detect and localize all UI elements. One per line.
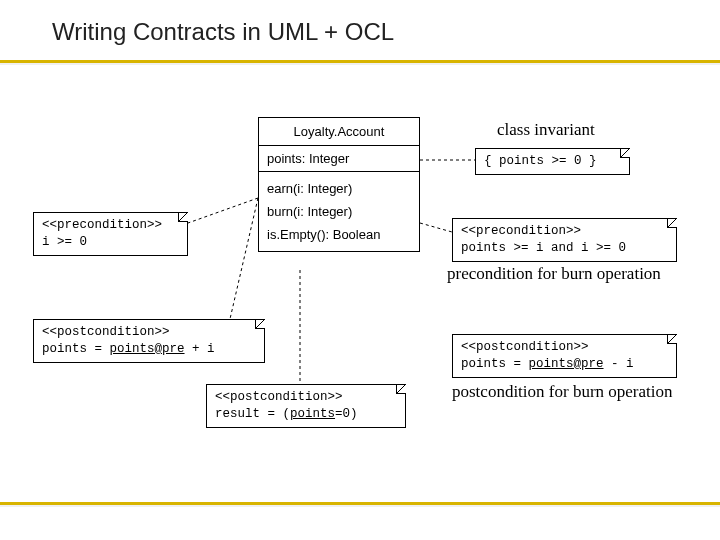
svg-line-3 xyxy=(230,198,258,319)
note-text-underlined: points@pre xyxy=(529,357,604,371)
label-precondition-burn: precondition for burn operation xyxy=(447,264,661,284)
note-line: <<postcondition>> xyxy=(42,324,256,341)
note-dog-ear-icon xyxy=(667,334,677,344)
note-text: result = ( xyxy=(215,407,290,421)
uml-class-name: Loyalty.Account xyxy=(259,118,419,146)
note-text: =0) xyxy=(335,407,358,421)
note-class-invariant: { points >= 0 } xyxy=(475,148,630,175)
uml-attr-points: points: Integer xyxy=(267,151,411,166)
svg-line-2 xyxy=(420,223,452,232)
uml-op-earn: earn(i: Integer) xyxy=(267,177,411,200)
title-underline xyxy=(0,60,720,66)
note-text-underlined: points@pre xyxy=(110,342,185,356)
label-class-invariant: class invariant xyxy=(497,120,595,140)
uml-op-burn: burn(i: Integer) xyxy=(267,200,411,223)
note-postcondition-isempty: <<postcondition>> result = (points=0) xyxy=(206,384,406,428)
page-title: Writing Contracts in UML + OCL xyxy=(0,0,720,46)
note-dog-ear-icon xyxy=(396,384,406,394)
note-postcondition-burn: <<postcondition>> points = points@pre - … xyxy=(452,334,677,378)
svg-line-1 xyxy=(188,198,258,223)
note-line: result = (points=0) xyxy=(215,406,397,423)
note-precondition-earn: <<precondition>> i >= 0 xyxy=(33,212,188,256)
label-postcondition-burn: postcondition for burn operation xyxy=(452,382,673,402)
note-line: <<precondition>> xyxy=(42,217,179,234)
note-dog-ear-icon xyxy=(255,319,265,329)
note-postcondition-earn: <<postcondition>> points = points@pre + … xyxy=(33,319,265,363)
note-line: <<precondition>> xyxy=(461,223,668,240)
note-text: - i xyxy=(604,357,634,371)
note-precondition-burn: <<precondition>> points >= i and i >= 0 xyxy=(452,218,677,262)
note-line: <<postcondition>> xyxy=(461,339,668,356)
note-line: points >= i and i >= 0 xyxy=(461,240,668,257)
note-text: points = xyxy=(42,342,110,356)
uml-class-loyalty-account: Loyalty.Account points: Integer earn(i: … xyxy=(258,117,420,252)
note-text: + i xyxy=(185,342,215,356)
uml-attributes: points: Integer xyxy=(259,146,419,172)
footer-rule-shadow xyxy=(0,505,720,507)
note-dog-ear-icon xyxy=(667,218,677,228)
note-dog-ear-icon xyxy=(620,148,630,158)
note-line: <<postcondition>> xyxy=(215,389,397,406)
note-line: points = points@pre + i xyxy=(42,341,256,358)
note-dog-ear-icon xyxy=(178,212,188,222)
note-text: points = xyxy=(461,357,529,371)
note-line: points = points@pre - i xyxy=(461,356,668,373)
note-text-underlined: points xyxy=(290,407,335,421)
uml-operations: earn(i: Integer) burn(i: Integer) is.Emp… xyxy=(259,172,419,251)
uml-op-isempty: is.Empty(): Boolean xyxy=(267,223,411,246)
note-text: { points >= 0 } xyxy=(484,154,597,168)
note-line: i >= 0 xyxy=(42,234,179,251)
